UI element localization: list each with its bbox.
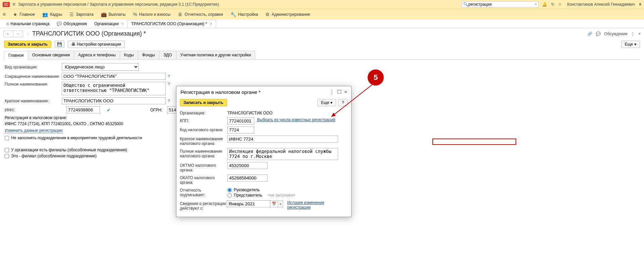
history-link[interactable]: История изменения регистрации	[287, 200, 348, 210]
subtab-funds[interactable]: Фонды	[138, 51, 159, 59]
inn-input[interactable]	[66, 106, 100, 113]
subtab-basic[interactable]: Основные сведения	[28, 51, 74, 59]
modal-help-button[interactable]: ?	[338, 99, 348, 106]
menu-salary[interactable]: ☰Зарплата	[69, 12, 94, 17]
chk-is-branch[interactable]	[5, 154, 9, 158]
percent-icon: %	[133, 12, 137, 17]
close-page-icon[interactable]: ×	[638, 32, 641, 36]
modal-oktmo-label: ОКТМО налогового органа:	[180, 162, 227, 172]
modal-okato-label: ОКАТО налогового органа:	[180, 174, 227, 185]
print-icon: 🖶	[71, 42, 75, 47]
bell-icon[interactable]: 🔔	[542, 2, 547, 7]
org-type-label: Вид организации:	[5, 65, 62, 69]
app-title: Зарплата и управление персоналом / Зарпл…	[18, 2, 219, 7]
subtab-codes[interactable]: Коды	[120, 51, 138, 59]
brief-name-input[interactable]	[62, 97, 166, 104]
modal-save-close-button[interactable]: Записать и закрыть	[180, 99, 227, 106]
close-icon[interactable]: ×	[344, 89, 347, 95]
history-icon[interactable]: ↻	[551, 2, 554, 7]
short-name-input[interactable]	[62, 73, 166, 80]
more-button[interactable]: Еще ▾	[621, 41, 640, 48]
edit-registration-link[interactable]: Изменить данные регистрации	[5, 128, 63, 133]
close-icon[interactable]: ×	[122, 22, 124, 26]
discuss-icon[interactable]: 💬	[596, 32, 601, 36]
modal-code-label: Код налогового органа:	[180, 126, 227, 132]
people-icon: 👥	[42, 12, 48, 17]
menu-settings[interactable]: 🔧Настройка	[230, 12, 258, 17]
kebab-icon[interactable]: ⋮	[631, 32, 635, 36]
menu-taxes[interactable]: %Налоги и взносы	[133, 12, 170, 17]
modal-from-label: Сведения о регистрации действуют с:	[180, 200, 227, 211]
modal-org-label: Организация:	[180, 110, 227, 115]
modal-short-input[interactable]	[227, 136, 338, 143]
close-icon[interactable]: ×	[210, 22, 212, 26]
help-icon[interactable]: ?	[168, 82, 170, 87]
radio-rep[interactable]	[227, 193, 232, 198]
menu-admin[interactable]: ⚙Администрирование	[265, 12, 310, 17]
discuss-link[interactable]: Обсуждение	[604, 32, 628, 36]
modal-org-value: ТРАНСЛОГИСТИК ООО	[227, 110, 272, 115]
doc-icon: 🗎	[178, 12, 182, 17]
modal-from-input[interactable]	[227, 200, 270, 207]
favorite-icon[interactable]: ☆	[26, 32, 30, 36]
menu-reports[interactable]: 🗎Отчетность, справки	[178, 12, 223, 17]
tab-current[interactable]: ТРАНСЛОГИСТИК ООО (Организация) *×	[127, 20, 216, 28]
help-icon[interactable]: ?	[168, 74, 170, 79]
menu-kadry[interactable]: 👥Кадры	[42, 12, 62, 17]
menu-payments[interactable]: 💼Выплаты	[101, 12, 126, 17]
subtab-edo[interactable]: ЭДО	[159, 51, 176, 59]
settings-icon[interactable]: ≡	[639, 2, 641, 7]
spinner-icon[interactable]: ÷	[278, 201, 283, 207]
modal-okato-input[interactable]	[227, 174, 268, 181]
short-name-label: Сокращенное наименование:	[5, 74, 62, 79]
search-input[interactable]	[468, 2, 535, 7]
org-type-select[interactable]: Юридическое лицо	[62, 63, 139, 71]
tab-start[interactable]: ⌂Начальная страница	[3, 20, 53, 28]
tab-orgs[interactable]: Организации×	[91, 20, 127, 28]
chat-icon: 💬	[57, 21, 62, 26]
tab-discussions[interactable]: 💬Обсуждения	[53, 20, 91, 28]
modal-more-button[interactable]: Еще ▾	[317, 99, 336, 106]
modal-code-input[interactable]	[227, 126, 254, 134]
clear-search-icon[interactable]: ×	[535, 2, 537, 7]
check-icon: ✔	[107, 107, 111, 113]
kebab-icon[interactable]: ⋮	[329, 89, 334, 95]
full-name-input[interactable]: Общество с ограниченной ответственностью…	[62, 82, 166, 95]
sub-tabs: Главное Основные сведения Адреса и телеф…	[4, 51, 640, 60]
app-logo: 1C	[3, 2, 10, 7]
nav-back-forward[interactable]: ← →	[3, 31, 23, 37]
page-title: ТРАНСЛОГИСТИК ООО (Организация) *	[32, 30, 146, 37]
chk-has-branches[interactable]	[5, 148, 9, 152]
modal-kpp-label: КПП:	[180, 117, 227, 123]
modal-signer-label: Отчетность подписывает:	[180, 187, 227, 197]
hamburger-icon[interactable]: ≡	[12, 1, 15, 7]
chk-no-divisions[interactable]	[5, 136, 9, 140]
save-close-button[interactable]: Записать и закрыть	[4, 41, 51, 48]
registration-modal: Регистрация в налоговом органе * ⋮ ☐ × З…	[176, 86, 352, 217]
pick-registration-link[interactable]: Выбрать из числа известных регистраций	[257, 117, 335, 122]
modal-full-input[interactable]: Инспекция федеральной налоговой службы 7…	[227, 148, 338, 160]
star-icon[interactable]: ☆	[558, 2, 562, 7]
user-name[interactable]: Константинов Алексей Геннадиевич	[567, 2, 635, 7]
ogrn-label: ОГРН:	[150, 108, 162, 112]
link-icon[interactable]: 🔗	[587, 32, 592, 36]
modal-kpp-input[interactable]	[227, 117, 254, 124]
tab-strip: ⌂Начальная страница 💬Обсуждения Организа…	[0, 19, 644, 28]
calendar-icon[interactable]: 📅	[270, 201, 278, 207]
maximize-icon[interactable]: ☐	[337, 89, 341, 95]
menu-main[interactable]: ★Главное	[13, 12, 35, 17]
save-icon: 💾	[57, 42, 62, 47]
global-search[interactable]: 🔍 ×	[462, 1, 539, 7]
list-icon: ☰	[69, 12, 74, 17]
help-icon[interactable]: ?	[168, 99, 170, 103]
radio-leader[interactable]	[227, 188, 232, 192]
back-icon[interactable]: ←	[4, 31, 13, 37]
save-button[interactable]: 💾	[55, 41, 64, 48]
subtab-addr[interactable]: Адреса и телефоны	[74, 51, 120, 59]
forward-icon[interactable]: →	[13, 31, 23, 37]
modal-oktmo-input[interactable]	[227, 162, 268, 169]
org-settings-button[interactable]: 🖶 Настройки организации	[68, 41, 125, 48]
sections-icon[interactable]: ≡	[3, 11, 6, 17]
subtab-main[interactable]: Главное	[4, 51, 28, 60]
subtab-policy[interactable]: Учетная политика и другие настройки	[176, 51, 256, 59]
